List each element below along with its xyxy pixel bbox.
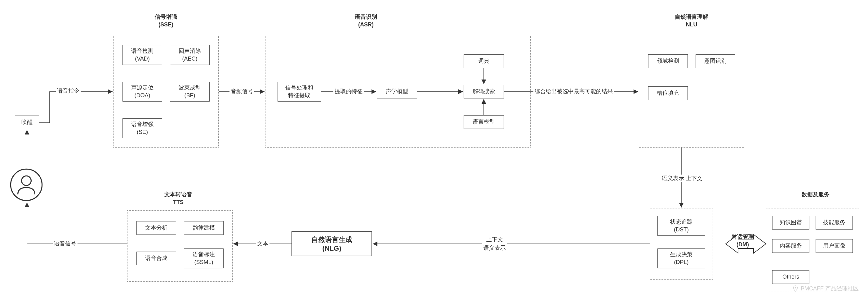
ds-title: 数据及服务 — [769, 191, 862, 198]
svg-point-12 — [795, 287, 796, 289]
watermark-text: PMCAFF 产品经理社区 — [801, 285, 859, 292]
asr-lm: 语言模型 — [464, 115, 504, 129]
wake-label: 唤醒 — [22, 118, 33, 126]
tts-ta: 文本分析 — [136, 221, 176, 235]
sse-doa: 声源定位(DOA) — [123, 82, 162, 102]
tts-ssml: 语音标注(SSML) — [184, 248, 224, 268]
sse-title: 信号增强(SSE) — [119, 13, 212, 29]
nlg-box: 自然语言生成(NLG) — [291, 232, 372, 256]
nlu-title: 自然语言理解NLU — [645, 13, 738, 29]
edge-text: 文本 — [256, 240, 270, 247]
diagram-root: { "user_wake": "唤醒", "edge_voice_cmd": "… — [0, 0, 868, 296]
edge-audio: 音频信号 — [229, 88, 254, 95]
svg-point-0 — [10, 169, 42, 200]
asr-am: 声学模型 — [377, 85, 417, 99]
sse-aec: 回声消除(AEC) — [170, 45, 210, 65]
edge-best: 综合给出被选中最高可能的结果 — [533, 88, 614, 95]
nlu-domain: 领域检测 — [648, 54, 688, 68]
wake-box: 唤醒 — [15, 115, 39, 129]
asr-title: 语音识别(ASR) — [319, 13, 412, 29]
tts-synth: 语音合成 — [136, 251, 176, 265]
ds-skill: 技能服务 — [815, 216, 853, 230]
dm-dst: 状态追踪(DST) — [657, 216, 705, 236]
asr-decode: 解码搜索 — [464, 85, 504, 99]
dm-label: 对话管理(DM) — [719, 233, 766, 248]
dm-dpl: 生成决策(DPL) — [657, 248, 705, 268]
sse-bf: 波束成型(BF) — [170, 82, 210, 102]
svg-point-1 — [22, 176, 31, 185]
tts-prosody: 韵律建模 — [184, 221, 224, 235]
edge-sem: 语义表示 上下文 — [660, 174, 704, 182]
asr-dict: 词典 — [464, 54, 504, 68]
edge-voice-cmd: 语音指令 — [56, 87, 81, 95]
watermark: PMCAFF 产品经理社区 — [792, 285, 859, 292]
user-icon — [9, 168, 43, 204]
ds-others: Others — [772, 270, 809, 284]
edge-feat: 提取的特征 — [333, 88, 364, 95]
asr-feat: 信号处理和特征提取 — [278, 82, 321, 102]
sse-se: 语音增强(SE) — [123, 118, 162, 138]
ds-kg: 知识图谱 — [772, 216, 809, 230]
edge-ctx: 上下文语义表示 — [482, 236, 507, 252]
ds-content: 内容服务 — [772, 239, 809, 253]
edge-voice-sig: 语音信号 — [53, 240, 78, 247]
sse-vad: 语音检测(VAD) — [123, 45, 162, 65]
ds-profile: 用户画像 — [815, 239, 853, 253]
nlu-slot: 槽位填充 — [648, 86, 688, 100]
nlu-intent: 意图识别 — [695, 54, 735, 68]
tts-title: 文本转语音TTS — [132, 191, 225, 206]
